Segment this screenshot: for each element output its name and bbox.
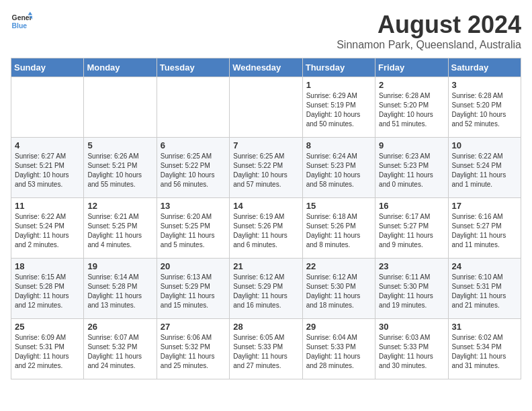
day-info: Sunrise: 6:07 AM Sunset: 5:32 PM Dayligh… bbox=[87, 333, 152, 371]
day-info: Sunrise: 6:26 AM Sunset: 5:21 PM Dayligh… bbox=[87, 152, 152, 189]
day-info: Sunrise: 6:28 AM Sunset: 5:20 PM Dayligh… bbox=[379, 91, 444, 129]
day-info: Sunrise: 6:24 AM Sunset: 5:23 PM Dayligh… bbox=[306, 152, 371, 189]
day-info: Sunrise: 6:12 AM Sunset: 5:30 PM Dayligh… bbox=[306, 273, 371, 310]
table-row: 26Sunrise: 6:07 AM Sunset: 5:32 PM Dayli… bbox=[84, 319, 157, 379]
table-row: 14Sunrise: 6:19 AM Sunset: 5:26 PM Dayli… bbox=[230, 198, 302, 259]
day-number: 27 bbox=[161, 322, 226, 332]
table-row: 15Sunrise: 6:18 AM Sunset: 5:26 PM Dayli… bbox=[302, 198, 375, 259]
table-row: 16Sunrise: 6:17 AM Sunset: 5:27 PM Dayli… bbox=[375, 198, 448, 259]
day-info: Sunrise: 6:28 AM Sunset: 5:20 PM Dayligh… bbox=[452, 91, 517, 129]
day-number: 24 bbox=[452, 261, 517, 271]
day-number: 22 bbox=[306, 261, 371, 271]
logo: General Blue bbox=[11, 11, 32, 32]
day-number: 14 bbox=[233, 201, 298, 211]
table-row bbox=[230, 77, 302, 138]
table-row: 24Sunrise: 6:10 AM Sunset: 5:31 PM Dayli… bbox=[448, 259, 521, 319]
day-number: 13 bbox=[161, 201, 226, 211]
day-info: Sunrise: 6:25 AM Sunset: 5:22 PM Dayligh… bbox=[161, 152, 226, 189]
day-info: Sunrise: 6:09 AM Sunset: 5:31 PM Dayligh… bbox=[15, 333, 80, 371]
day-number: 9 bbox=[379, 140, 444, 150]
header-monday: Monday bbox=[84, 58, 157, 77]
day-number: 15 bbox=[306, 201, 371, 211]
table-row: 4Sunrise: 6:27 AM Sunset: 5:21 PM Daylig… bbox=[11, 138, 84, 198]
calendar-table: Sunday Monday Tuesday Wednesday Thursday… bbox=[11, 58, 521, 379]
day-info: Sunrise: 6:04 AM Sunset: 5:33 PM Dayligh… bbox=[306, 333, 371, 371]
header-sunday: Sunday bbox=[11, 58, 84, 77]
day-number: 6 bbox=[161, 140, 226, 150]
calendar-subtitle: Sinnamon Park, Queensland, Australia bbox=[337, 39, 521, 51]
table-row: 18Sunrise: 6:15 AM Sunset: 5:28 PM Dayli… bbox=[11, 259, 84, 319]
table-row: 3Sunrise: 6:28 AM Sunset: 5:20 PM Daylig… bbox=[448, 77, 521, 138]
day-number: 16 bbox=[379, 201, 444, 211]
day-number: 3 bbox=[452, 80, 517, 90]
header-tuesday: Tuesday bbox=[157, 58, 229, 77]
day-number: 8 bbox=[306, 140, 371, 150]
day-info: Sunrise: 6:18 AM Sunset: 5:26 PM Dayligh… bbox=[306, 212, 371, 250]
day-info: Sunrise: 6:02 AM Sunset: 5:34 PM Dayligh… bbox=[452, 333, 517, 371]
table-row: 21Sunrise: 6:12 AM Sunset: 5:29 PM Dayli… bbox=[230, 259, 302, 319]
table-row: 9Sunrise: 6:23 AM Sunset: 5:23 PM Daylig… bbox=[375, 138, 448, 198]
day-number: 2 bbox=[379, 80, 444, 90]
table-row: 20Sunrise: 6:13 AM Sunset: 5:29 PM Dayli… bbox=[157, 259, 229, 319]
day-number: 21 bbox=[233, 261, 298, 271]
table-row: 6Sunrise: 6:25 AM Sunset: 5:22 PM Daylig… bbox=[157, 138, 229, 198]
day-info: Sunrise: 6:12 AM Sunset: 5:29 PM Dayligh… bbox=[233, 273, 298, 310]
day-number: 28 bbox=[233, 322, 298, 332]
day-number: 30 bbox=[379, 322, 444, 332]
table-row: 31Sunrise: 6:02 AM Sunset: 5:34 PM Dayli… bbox=[448, 319, 521, 379]
day-info: Sunrise: 6:17 AM Sunset: 5:27 PM Dayligh… bbox=[379, 212, 444, 250]
table-row: 17Sunrise: 6:16 AM Sunset: 5:27 PM Dayli… bbox=[448, 198, 521, 259]
day-number: 12 bbox=[87, 201, 152, 211]
logo-icon: General Blue bbox=[11, 11, 32, 32]
day-number: 11 bbox=[15, 201, 80, 211]
table-row: 19Sunrise: 6:14 AM Sunset: 5:28 PM Dayli… bbox=[84, 259, 157, 319]
day-info: Sunrise: 6:11 AM Sunset: 5:30 PM Dayligh… bbox=[379, 273, 444, 310]
table-row bbox=[84, 77, 157, 138]
day-info: Sunrise: 6:29 AM Sunset: 5:19 PM Dayligh… bbox=[306, 91, 371, 129]
calendar-title: August 2024 bbox=[337, 11, 521, 39]
header-wednesday: Wednesday bbox=[230, 58, 302, 77]
table-row: 25Sunrise: 6:09 AM Sunset: 5:31 PM Dayli… bbox=[11, 319, 84, 379]
day-number: 19 bbox=[87, 261, 152, 271]
table-row: 30Sunrise: 6:03 AM Sunset: 5:33 PM Dayli… bbox=[375, 319, 448, 379]
day-info: Sunrise: 6:20 AM Sunset: 5:25 PM Dayligh… bbox=[161, 212, 226, 250]
day-number: 20 bbox=[161, 261, 226, 271]
day-number: 4 bbox=[15, 140, 80, 150]
title-section: August 2024 Sinnamon Park, Queensland, A… bbox=[337, 11, 521, 51]
table-row: 11Sunrise: 6:22 AM Sunset: 5:24 PM Dayli… bbox=[11, 198, 84, 259]
header-thursday: Thursday bbox=[302, 58, 375, 77]
table-row bbox=[11, 77, 84, 138]
day-number: 5 bbox=[87, 140, 152, 150]
table-row: 8Sunrise: 6:24 AM Sunset: 5:23 PM Daylig… bbox=[302, 138, 375, 198]
table-row: 27Sunrise: 6:06 AM Sunset: 5:32 PM Dayli… bbox=[157, 319, 229, 379]
table-row: 10Sunrise: 6:22 AM Sunset: 5:24 PM Dayli… bbox=[448, 138, 521, 198]
day-info: Sunrise: 6:25 AM Sunset: 5:22 PM Dayligh… bbox=[233, 152, 298, 189]
calendar-body: 1Sunrise: 6:29 AM Sunset: 5:19 PM Daylig… bbox=[11, 77, 521, 379]
page-header: General Blue August 2024 Sinnamon Park, … bbox=[11, 11, 521, 51]
day-number: 26 bbox=[87, 322, 152, 332]
table-row: 1Sunrise: 6:29 AM Sunset: 5:19 PM Daylig… bbox=[302, 77, 375, 138]
day-number: 1 bbox=[306, 80, 371, 90]
day-info: Sunrise: 6:21 AM Sunset: 5:25 PM Dayligh… bbox=[87, 212, 152, 250]
day-number: 10 bbox=[452, 140, 517, 150]
svg-text:General: General bbox=[12, 14, 32, 21]
svg-marker-2 bbox=[28, 12, 32, 15]
svg-text:Blue: Blue bbox=[12, 22, 28, 30]
day-info: Sunrise: 6:22 AM Sunset: 5:24 PM Dayligh… bbox=[452, 152, 517, 189]
table-row: 12Sunrise: 6:21 AM Sunset: 5:25 PM Dayli… bbox=[84, 198, 157, 259]
day-info: Sunrise: 6:05 AM Sunset: 5:33 PM Dayligh… bbox=[233, 333, 298, 371]
day-info: Sunrise: 6:13 AM Sunset: 5:29 PM Dayligh… bbox=[161, 273, 226, 310]
table-row: 2Sunrise: 6:28 AM Sunset: 5:20 PM Daylig… bbox=[375, 77, 448, 138]
day-info: Sunrise: 6:16 AM Sunset: 5:27 PM Dayligh… bbox=[452, 212, 517, 250]
day-number: 25 bbox=[15, 322, 80, 332]
day-info: Sunrise: 6:14 AM Sunset: 5:28 PM Dayligh… bbox=[87, 273, 152, 310]
table-row bbox=[157, 77, 229, 138]
table-row: 7Sunrise: 6:25 AM Sunset: 5:22 PM Daylig… bbox=[230, 138, 302, 198]
table-row: 5Sunrise: 6:26 AM Sunset: 5:21 PM Daylig… bbox=[84, 138, 157, 198]
day-number: 7 bbox=[233, 140, 298, 150]
header-saturday: Saturday bbox=[448, 58, 521, 77]
table-row: 13Sunrise: 6:20 AM Sunset: 5:25 PM Dayli… bbox=[157, 198, 229, 259]
day-info: Sunrise: 6:10 AM Sunset: 5:31 PM Dayligh… bbox=[452, 273, 517, 310]
day-number: 29 bbox=[306, 322, 371, 332]
day-info: Sunrise: 6:23 AM Sunset: 5:23 PM Dayligh… bbox=[379, 152, 444, 189]
